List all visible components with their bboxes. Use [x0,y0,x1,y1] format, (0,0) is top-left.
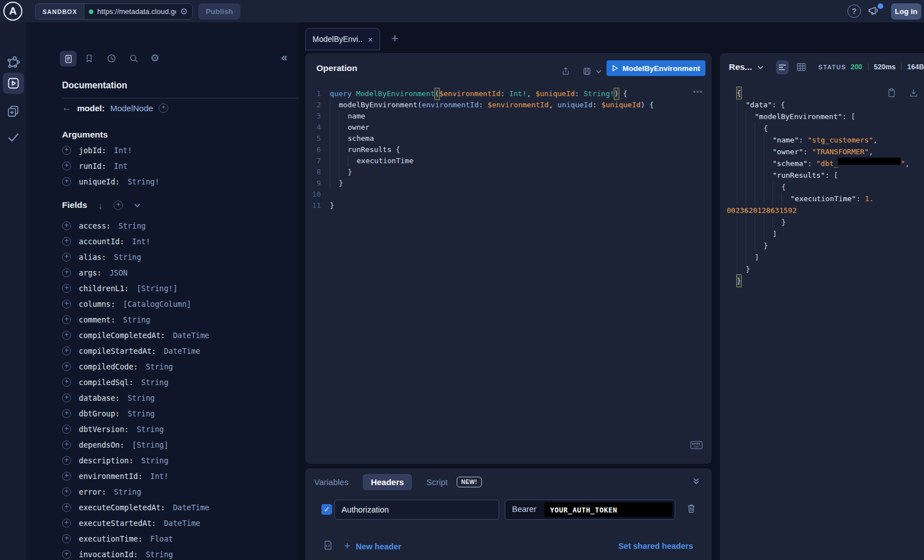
field-row[interactable]: +alias: String [62,249,293,265]
collapse-docs-panel-chevrons[interactable]: « [281,51,287,64]
field-row[interactable]: +dbtVersion: String [62,421,293,437]
add-to-query-icon[interactable]: + [62,284,71,293]
add-to-query-icon[interactable]: + [62,362,71,371]
field-type[interactable]: [CatalogColumn] [123,300,191,309]
field-row[interactable]: +compileStartedAt: DateTime [62,343,293,359]
field-type[interactable]: Int [114,162,127,170]
header-key-input[interactable] [334,500,499,520]
field-row[interactable]: +dependsOn: [String] [62,437,293,453]
add-to-query-icon[interactable]: + [62,472,71,481]
field-row[interactable]: +database: String [62,390,293,406]
add-to-query-icon[interactable]: + [62,268,71,277]
add-to-query-icon[interactable]: + [62,347,71,355]
field-type[interactable]: String [114,253,141,262]
field-type[interactable]: String [146,362,173,371]
tab-script[interactable]: Script [427,477,448,487]
explorer-settings-gear-icon[interactable]: ⚙ [150,52,159,64]
field-type[interactable]: Int! [150,472,169,481]
search-icon[interactable] [129,53,139,64]
set-shared-headers-link[interactable]: Set shared headers [618,542,693,550]
add-to-query-icon[interactable]: + [62,409,71,418]
field-type[interactable]: String! [127,177,159,186]
add-to-query-icon[interactable]: + [62,487,71,496]
breadcrumb-type-link[interactable]: ModelNode [110,103,153,113]
apollo-logo-icon[interactable]: A [3,2,22,21]
save-operation-icon[interactable] [582,67,591,76]
add-to-query-icon[interactable]: + [62,519,71,528]
delete-header-trash-icon[interactable] [686,503,696,514]
announcements-megaphone-icon[interactable] [868,4,883,18]
field-row[interactable]: +comment: String [62,312,293,328]
keyboard-shortcuts-icon[interactable] [690,441,703,449]
field-type[interactable]: String [127,393,155,402]
field-type[interactable]: Int! [132,237,150,246]
add-to-query-icon[interactable]: + [62,177,71,186]
field-type[interactable]: [String] [132,440,168,449]
share-operation-icon[interactable] [561,67,570,76]
schema-graph-icon[interactable] [0,55,26,69]
field-type[interactable]: String [123,315,150,324]
field-row[interactable]: +compiledSql: String [62,374,293,390]
new-header-button[interactable]: + New header [344,540,401,552]
field-type[interactable]: DateTime [164,519,200,528]
field-row[interactable]: +compiledCode: String [62,359,293,374]
add-to-query-icon[interactable]: + [62,221,71,230]
field-type[interactable]: String [114,487,141,496]
login-button[interactable]: Log in [891,3,921,20]
field-type[interactable]: DateTime [173,503,209,512]
bookmarks-icon[interactable] [84,53,94,64]
new-tab-button[interactable]: + [391,31,399,46]
tab-variables[interactable]: Variables [314,477,348,487]
field-row[interactable]: +columns: [CatalogColumn] [62,296,293,312]
field-row[interactable]: +error: String [62,484,293,500]
add-to-query-icon[interactable]: + [62,378,71,387]
field-row[interactable]: +description: String [62,453,293,468]
field-row[interactable]: +args: JSON [62,265,293,281]
history-icon[interactable] [106,53,117,64]
field-type[interactable]: String [141,456,169,465]
add-to-query-icon[interactable]: + [62,315,71,324]
save-options-chevron-icon[interactable] [596,70,601,73]
response-dropdown-chevron-icon[interactable] [757,65,764,69]
field-type[interactable]: String [141,378,169,387]
operation-collections-icon[interactable] [0,104,26,118]
back-arrow-icon[interactable]: ← [62,102,72,113]
raw-view-toggle-active[interactable] [776,60,789,74]
documentation-tab-active[interactable] [60,51,77,67]
add-to-query-icon[interactable]: + [62,425,71,434]
collapse-panel-double-chevron-icon[interactable] [692,476,700,485]
add-to-query-icon[interactable]: + [62,393,71,402]
fields-options-chevron-icon[interactable] [134,203,140,207]
endpoint-url-text[interactable]: https://metadata.cloud.get [97,7,176,16]
field-type[interactable]: JSON [110,268,128,277]
add-fields-icon[interactable]: + [113,201,123,210]
argument-row[interactable]: +jobId: Int! [62,143,293,158]
publish-button[interactable]: Publish [198,3,240,20]
endpoint-url-field[interactable]: https://metadata.cloud.get ⚙ [84,4,192,19]
tab-headers[interactable]: Headers [363,474,411,490]
field-type[interactable]: String [146,550,173,559]
field-type[interactable]: Float [150,534,173,543]
help-icon[interactable]: ? [847,4,861,18]
field-row[interactable]: +invocationId: String [62,547,293,560]
add-to-query-icon[interactable]: + [62,162,71,170]
argument-row[interactable]: +uniqueId: String! [62,174,293,189]
field-row[interactable]: +environmentId: Int! [62,468,293,484]
add-to-query-icon[interactable]: + [62,300,71,309]
header-enabled-checkbox[interactable]: ✓ [321,504,332,515]
add-to-query-icon[interactable]: + [62,456,71,465]
field-row[interactable]: +access: String [62,218,293,234]
response-title[interactable]: Res... [729,62,752,72]
checks-icon[interactable] [0,130,26,144]
field-type[interactable]: String [119,221,146,230]
field-type[interactable]: DateTime [173,331,209,340]
add-to-query-icon[interactable]: + [62,534,71,543]
argument-row[interactable]: +runId: Int [62,158,293,174]
field-row[interactable]: +executionTime: Float [62,531,293,547]
connection-settings-gear-icon[interactable]: ⚙ [180,7,188,16]
add-to-query-icon[interactable]: + [62,503,71,512]
add-to-query-icon[interactable]: + [62,253,71,262]
field-type[interactable]: String [127,409,155,418]
close-tab-icon[interactable]: × [368,35,373,44]
field-type[interactable]: [String!] [136,284,177,293]
